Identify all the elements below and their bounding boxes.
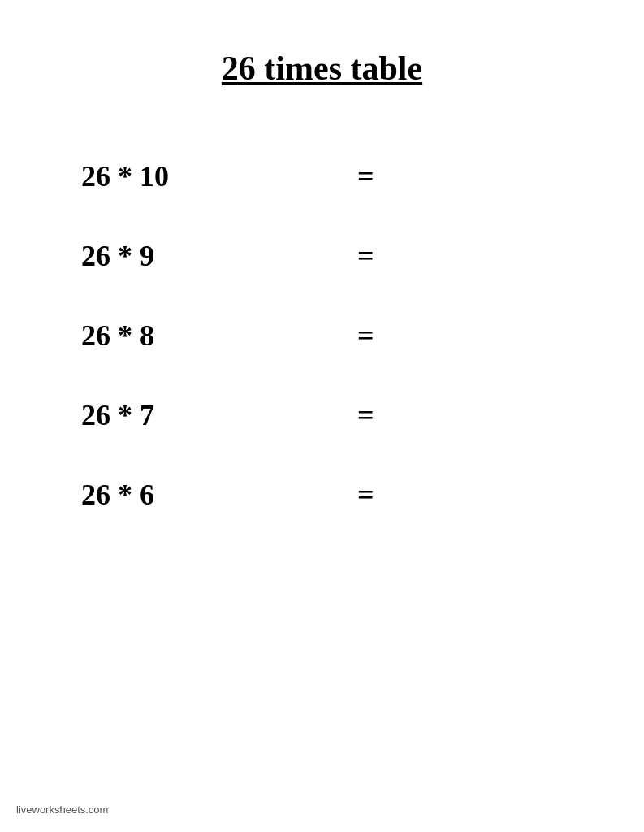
table-row: 26 * 8= (81, 296, 579, 375)
problem-expression: 26 * 10 (81, 159, 292, 193)
equals-sign: = (357, 478, 374, 512)
problem-expression: 26 * 6 (81, 478, 292, 512)
problem-expression: 26 * 9 (81, 239, 292, 273)
footer-text: liveworksheets.com (16, 804, 108, 816)
problem-expression: 26 * 7 (81, 398, 292, 432)
table-row: 26 * 10= (81, 136, 579, 216)
equals-sign: = (357, 398, 374, 432)
equals-sign: = (357, 159, 374, 193)
title-container: 26 times table (65, 49, 579, 88)
equals-sign: = (357, 239, 374, 273)
table-row: 26 * 7= (81, 375, 579, 455)
problems-container: 26 * 10=26 * 9=26 * 8=26 * 7=26 * 6= (65, 136, 579, 535)
table-row: 26 * 9= (81, 216, 579, 296)
table-row: 26 * 6= (81, 455, 579, 535)
worksheet-title: 26 times table (222, 50, 422, 87)
equals-sign: = (357, 318, 374, 353)
worksheet-page: 26 times table 26 * 10=26 * 9=26 * 8=26 … (0, 0, 644, 832)
problem-expression: 26 * 8 (81, 318, 292, 353)
